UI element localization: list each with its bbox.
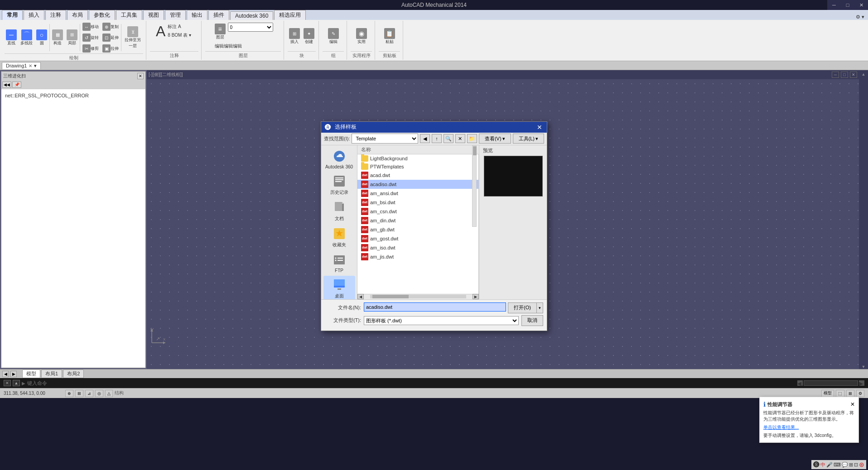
file-item-am-csn[interactable]: dwt am_csn.dwt (357, 207, 478, 216)
trim-btn[interactable]: ✂ 修剪 (81, 43, 100, 53)
hscroll-right[interactable]: ▶ (473, 294, 479, 299)
up-btn[interactable]: ↑ (432, 134, 442, 143)
model-btn[interactable]: 模型 (821, 390, 834, 397)
file-item-am-iso[interactable]: dwt am_iso.dwt (357, 243, 478, 252)
grid-btn[interactable]: ⊞ (75, 390, 83, 397)
open-dropdown-btn[interactable]: ▾ (537, 302, 543, 313)
sidebar-scroll-btn[interactable]: ▲ (862, 72, 866, 77)
open-btn[interactable]: 打开(O) (508, 302, 537, 313)
nav-ftp[interactable]: FTP (323, 251, 355, 275)
layout-nav-left[interactable]: ◀ (2, 371, 9, 377)
nav-desktop[interactable]: 桌面 (323, 276, 355, 299)
polar-btn[interactable]: ◎ (95, 390, 103, 397)
file-item-am-gb[interactable]: dwt am_gb.dwt (357, 225, 478, 234)
tab-toolset[interactable]: 工具集 (116, 10, 142, 20)
filename-input[interactable] (364, 302, 506, 312)
snap-btn[interactable]: ⊕ (65, 390, 73, 397)
tray-icon-circle[interactable]: ⊛ (859, 461, 864, 468)
array-btn[interactable]: ▣ 拉伸 (101, 43, 120, 53)
copy-btn[interactable]: ⊕ 复制 (101, 22, 120, 32)
draw-polyline-btn[interactable]: ⌒ 多线段 (19, 29, 34, 47)
panel-left-btn[interactable]: ◀◀ (2, 82, 11, 88)
cmd-close-btn[interactable]: ✕ (4, 380, 11, 386)
nav-history[interactable]: 历史记录 (323, 172, 355, 197)
tab-plugin[interactable]: 插件 (208, 10, 229, 20)
file-item-acadiso[interactable]: dwt acadiso.dwt (357, 180, 478, 189)
file-item-ptwt[interactable]: PTWTemplates (357, 163, 478, 171)
panel-pin-btn[interactable]: 📌 (12, 82, 21, 88)
file-item-am-bsi[interactable]: dwt am_bsi.dwt (357, 198, 478, 207)
maximize-button[interactable]: □ (841, 0, 854, 10)
tab-insert[interactable]: 插入 (24, 10, 44, 20)
file-list-scrollbar[interactable] (472, 145, 477, 227)
cmd-expand-btn[interactable]: ▲ (13, 380, 20, 386)
command-input[interactable] (27, 380, 796, 386)
osnap-btn[interactable]: △ (105, 390, 113, 397)
canvas-minimize-btn[interactable]: ─ (832, 72, 839, 78)
file-item-lightbg[interactable]: LightBackground (357, 154, 478, 163)
layer-btn[interactable]: ≡ 图层 (213, 23, 227, 41)
layer-tools-btn[interactable]: 编辑编辑编辑 (213, 42, 243, 50)
tray-icon-zh[interactable]: 中 (820, 461, 825, 468)
dialog-close-btn[interactable]: ✕ (536, 124, 543, 131)
view-btn[interactable]: 查看(V) ▾ (479, 134, 511, 144)
ortho-btn[interactable]: ⊿ (85, 390, 93, 397)
tray-icon-mic[interactable]: 🎤 (826, 462, 833, 468)
tab-layout[interactable]: 布局 (67, 10, 88, 20)
text-big-btn[interactable]: A (156, 24, 165, 38)
tab-home[interactable]: 常用 (2, 10, 23, 20)
location-select[interactable]: Template (352, 134, 418, 144)
construct-btn[interactable]: ⊞ 局部 (65, 29, 79, 47)
tab-autodesk360[interactable]: Autodesk 360 (230, 11, 273, 20)
edit-btn[interactable]: ✎ 编辑 (327, 27, 340, 46)
layout-nav-right[interactable]: ▶ (10, 371, 17, 377)
tools-btn[interactable]: 工具(L) ▾ (513, 134, 544, 144)
tab-annotate[interactable]: 注释 (45, 10, 66, 20)
delete-btn[interactable]: ✕ (455, 134, 465, 143)
draw-more-btn[interactable]: ▦ 构造 (51, 29, 64, 47)
file-item-am-gost[interactable]: dwt am_gost.dwt (357, 234, 478, 243)
file-list-hscroll[interactable]: ◀ ▶ (357, 294, 479, 299)
canvas-restore-btn[interactable]: □ (841, 72, 848, 78)
close-button[interactable]: ✕ (854, 0, 868, 10)
tab-output[interactable]: 输出 (187, 10, 207, 20)
nav-favorites[interactable]: 收藏夹 (323, 225, 355, 250)
doc-tab-drawing1[interactable]: Drawing1 ✕ ▾ (2, 62, 41, 69)
doc-tab-arrow[interactable]: ▾ (34, 63, 37, 69)
panel-close-btn[interactable]: ✕ (137, 73, 144, 79)
viewport-btn[interactable]: ⬚ (836, 390, 844, 397)
tab-featured[interactable]: 精选应用 (274, 10, 306, 20)
settings-btn[interactable]: ⚙ (856, 390, 864, 397)
zoom-btn[interactable]: ⊞ (846, 390, 854, 397)
minimize-button[interactable]: ─ (827, 0, 841, 10)
cmd-scroll-left[interactable]: ◀ (797, 380, 803, 386)
tray-icon-chat[interactable]: 💬 (842, 462, 848, 468)
insert-block-btn[interactable]: ⊞ 插入 (288, 27, 301, 46)
cmd-scrollbar[interactable] (804, 380, 858, 386)
help-icon[interactable]: ⚙ ▾ (856, 14, 864, 20)
nav-autodesk360[interactable]: Autodesk 360 (323, 147, 355, 171)
mtext-btn[interactable]: 标注 A (166, 23, 193, 31)
layout-tab-2[interactable]: 布局2 (63, 369, 84, 378)
tab-parametric[interactable]: 参数化 (89, 10, 115, 20)
new-folder-btn[interactable]: 📁 (467, 134, 477, 143)
cmd-scroll-right[interactable]: ▶ (859, 380, 864, 386)
sidebar-scroll-down-btn[interactable]: ▼ (862, 364, 866, 369)
nav-docs[interactable]: 文档 (323, 198, 355, 224)
rotate-btn[interactable]: ↺ 旋转 (81, 33, 100, 43)
tray-icon-s[interactable]: 🅢 (813, 461, 820, 468)
cancel-btn[interactable]: 取消 (521, 315, 543, 326)
canvas-close-btn[interactable]: ✕ (850, 72, 857, 78)
paste-btn[interactable]: 📋 粘贴 (383, 27, 396, 46)
draw-circle-btn[interactable]: ○ 圆 (35, 29, 48, 47)
search-btn[interactable]: 🔍 (444, 134, 453, 143)
perf-close-btn[interactable]: ✕ (850, 401, 855, 408)
tray-icon-kbd[interactable]: ⌨ (834, 462, 841, 468)
layout-tab-1[interactable]: 布局1 (41, 369, 62, 378)
layout-tab-model[interactable]: 模型 (22, 369, 40, 378)
pulldown-btn[interactable]: ⊻ 拉伸至另一层 (122, 25, 143, 50)
draw-line-btn[interactable]: ─ 直线 (5, 29, 18, 47)
tray-icon-grid[interactable]: ⊡ (854, 462, 858, 468)
back-btn[interactable]: ◀ (420, 134, 430, 143)
measure-btn[interactable]: ◉ 实用 (355, 27, 368, 46)
